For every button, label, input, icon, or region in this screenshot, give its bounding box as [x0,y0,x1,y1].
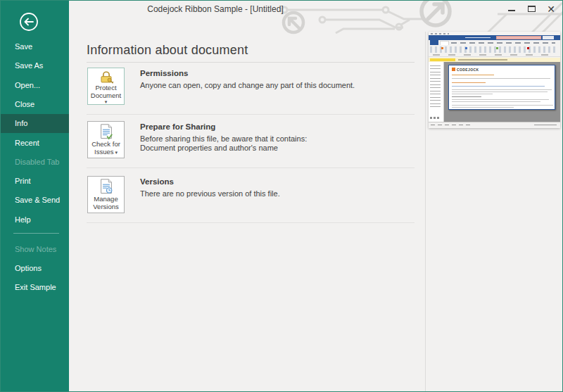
section-text: Document properties and author's name [140,144,416,153]
check-for-issues-button[interactable]: Check for Issues▾ [87,121,125,158]
section-divider [87,222,415,223]
app-window: Codejock Ribbon Sample - [Untitled] ✕ Sa… [0,0,563,392]
preview-nav-pane [429,62,444,123]
sidebar-item-recent[interactable]: Recent [1,134,69,153]
section-title-permissions: Permissions [140,69,416,77]
section-text: Anyone can open, copy and change any par… [140,81,416,90]
manage-versions-button[interactable]: Manage Versions [87,176,125,213]
sidebar-item-save-as[interactable]: Save As [1,56,69,75]
back-button[interactable] [19,12,39,32]
sidebar-item-open[interactable]: Open... [1,76,69,95]
preview-search-box [496,36,541,39]
preview-page: CODEJOCK [448,65,555,110]
minimize-icon [508,10,515,11]
preview-status-bar [429,122,560,127]
preview-logo-icon [452,68,455,71]
preview-titlebar [429,35,560,40]
sidebar-item-exit-sample[interactable]: Exit Sample [1,278,69,297]
check-document-icon [99,124,113,140]
close-button[interactable]: ✕ [541,1,561,17]
maximize-button[interactable] [521,1,541,17]
sidebar-item-close[interactable]: Close [1,95,69,114]
protect-document-label: Protect Document [91,84,121,99]
sidebar-item-print[interactable]: Print [1,172,69,191]
sidebar-item-disabled-tab: Disabled Tab [1,153,69,172]
lock-icon [98,70,115,84]
dropdown-caret-icon: ▾ [115,150,118,155]
page-title: Information about document [87,43,248,58]
section-divider [87,167,415,168]
preview-ribbon [429,45,560,57]
preview-ribbon-group-labels [433,54,554,56]
preview-title-text [465,37,491,39]
close-icon: ✕ [547,4,555,14]
preview-qat-icons [431,33,449,34]
heading-divider [87,62,415,63]
preview-divider [425,32,426,391]
sidebar-item-save[interactable]: Save [1,37,69,56]
sidebar-item-options[interactable]: Options [1,259,69,278]
maximize-icon [528,6,536,12]
dropdown-caret-icon: ▾ [105,100,108,104]
document-preview-thumbnail: CODEJOCK [429,32,560,128]
preview-file-tab [430,40,438,45]
preview-logo-text: CODEJOCK [457,68,479,72]
section-text: There are no previous version of this fi… [140,189,416,198]
check-for-issues-label: Check for Issues▾ [91,141,120,156]
backstage-sidebar: Save Save As Open... Close Info Recent D… [1,1,69,391]
sidebar-item-info[interactable]: Info [1,114,69,133]
protect-document-button[interactable]: Protect Document ▾ [87,68,125,105]
section-title-versions: Versions [140,177,416,186]
window-controls: ✕ [502,1,561,17]
window-title: Codejock Ribbon Sample - [Untitled] [85,4,346,14]
sidebar-separator [13,233,59,234]
preview-help-box [543,36,554,39]
back-arrow-icon [19,12,39,32]
preview-ribbon-tabs [429,40,560,45]
sidebar-item-save-and-send[interactable]: Save & Send [1,191,69,210]
sidebar-item-show-notes: Show Notes [1,240,69,259]
sidebar-item-help[interactable]: Help [1,210,69,229]
manage-versions-label: Manage Versions [93,196,118,210]
section-divider [87,114,415,115]
minimize-button[interactable] [502,1,521,17]
document-history-icon [99,179,113,195]
section-text: Before sharing this file, be aware that … [140,134,416,144]
section-title-prepare-for-sharing: Prepare for Sharing [140,122,416,131]
preview-tab-labels [451,42,555,44]
preview-document-area: CODEJOCK [444,62,560,123]
preview-ribbon-icons [430,46,558,53]
